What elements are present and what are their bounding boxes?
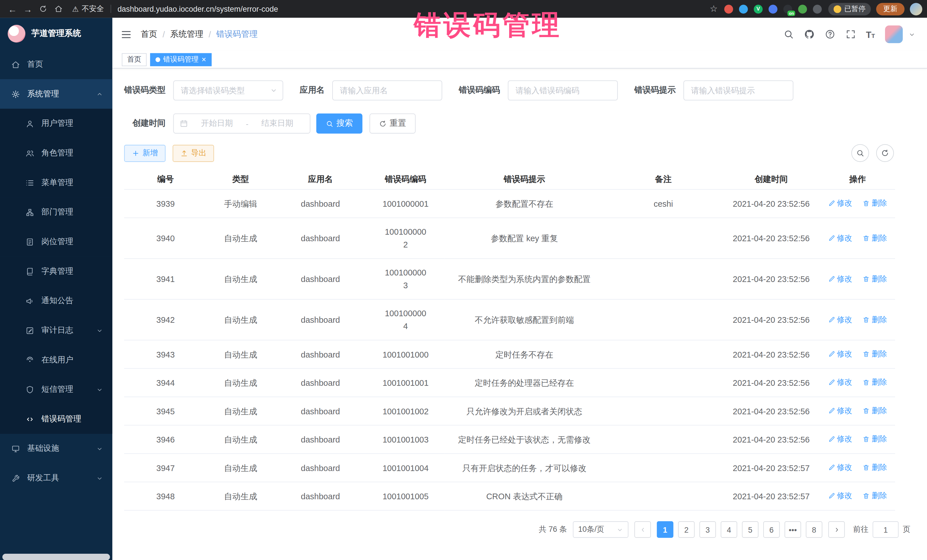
- tab[interactable]: 首页×: [122, 53, 147, 66]
- page-button[interactable]: 3: [699, 521, 716, 538]
- sidebar-item[interactable]: 首页: [0, 50, 112, 79]
- sidebar-item[interactable]: 基础设施: [0, 434, 112, 463]
- edit-link[interactable]: 修改: [828, 272, 852, 285]
- reload-icon[interactable]: [35, 5, 51, 13]
- hamburger-icon[interactable]: [121, 29, 132, 40]
- browser-extension-icon[interactable]: V: [754, 5, 763, 14]
- font-size-icon[interactable]: TT: [866, 30, 875, 39]
- sidebar-item[interactable]: 部门管理: [0, 197, 112, 227]
- edit-link[interactable]: 修改: [828, 489, 852, 502]
- breadcrumb-link[interactable]: 错误码管理: [216, 29, 258, 39]
- edit-link[interactable]: 修改: [828, 461, 852, 474]
- sidebar-item[interactable]: 研发工具: [0, 463, 112, 493]
- error-type-select[interactable]: [173, 80, 283, 100]
- edit-link[interactable]: 修改: [828, 433, 852, 446]
- edit-link[interactable]: 修改: [828, 404, 852, 417]
- start-date-placeholder[interactable]: 开始日期: [190, 118, 243, 129]
- edit-link[interactable]: 修改: [828, 231, 852, 244]
- sidebar-item[interactable]: 菜单管理: [0, 168, 112, 197]
- cell-operations: 修改 删除: [820, 218, 895, 259]
- user-avatar[interactable]: [885, 25, 903, 43]
- end-date-placeholder[interactable]: 结束日期: [251, 118, 304, 129]
- url-bar[interactable]: dashboard.yudao.iocoder.cn/system/error-…: [117, 5, 704, 14]
- sidebar-item[interactable]: 字典管理: [0, 256, 112, 286]
- date-range-picker[interactable]: 开始日期 - 结束日期: [173, 114, 310, 134]
- browser-extension-icon[interactable]: [739, 5, 748, 14]
- delete-link[interactable]: 删除: [863, 404, 887, 417]
- app-name-input[interactable]: [333, 81, 442, 100]
- error-hint-input[interactable]: [684, 81, 793, 100]
- browser-extension-icon[interactable]: [769, 5, 778, 14]
- edit-link[interactable]: 修改: [828, 197, 852, 210]
- reset-button[interactable]: 重置: [369, 114, 416, 134]
- delete-link[interactable]: 删除: [863, 272, 887, 285]
- sidebar-item[interactable]: 错误码管理: [0, 404, 112, 434]
- export-button[interactable]: 导出: [173, 144, 214, 162]
- browser-extension-icon[interactable]: [813, 5, 822, 14]
- page-button[interactable]: •••: [784, 521, 801, 538]
- tab[interactable]: 错误码管理×: [150, 53, 211, 66]
- browser-extension-icon[interactable]: [798, 5, 807, 14]
- update-button[interactable]: 更新: [876, 3, 904, 15]
- breadcrumb-link[interactable]: 系统管理: [170, 29, 204, 39]
- page-button[interactable]: 6: [763, 521, 780, 538]
- sidebar-item-icon: [25, 414, 34, 423]
- page-button[interactable]: 8: [806, 521, 822, 538]
- delete-link[interactable]: 删除: [863, 433, 887, 446]
- sidebar-item[interactable]: 系统管理: [0, 79, 112, 109]
- close-icon[interactable]: ×: [202, 56, 206, 63]
- app-logo[interactable]: 芋道管理系统: [0, 18, 112, 50]
- page-button[interactable]: 4: [721, 521, 737, 538]
- page-button[interactable]: 2: [678, 521, 694, 538]
- delete-link[interactable]: 删除: [863, 313, 887, 326]
- cell-remark: [604, 454, 722, 482]
- sidebar-scrollbar[interactable]: [2, 554, 110, 560]
- sidebar-item[interactable]: 短信管理: [0, 375, 112, 404]
- delete-link[interactable]: 删除: [863, 197, 887, 210]
- add-button[interactable]: 新增: [124, 144, 166, 162]
- page-button[interactable]: 5: [742, 521, 758, 538]
- page-size-select[interactable]: 10条/页: [573, 521, 628, 538]
- prev-page-button[interactable]: [634, 521, 651, 538]
- delete-link[interactable]: 删除: [863, 376, 887, 389]
- error-type-input[interactable]: [174, 81, 283, 100]
- forward-icon[interactable]: →: [20, 4, 35, 14]
- edit-link[interactable]: 修改: [828, 376, 852, 389]
- sidebar-item[interactable]: 用户管理: [0, 109, 112, 138]
- edit-link[interactable]: 修改: [828, 348, 852, 361]
- sidebar-item[interactable]: 审计日志: [0, 316, 112, 345]
- edit-icon: [828, 436, 835, 443]
- back-icon[interactable]: ←: [5, 4, 20, 14]
- fullscreen-icon[interactable]: [845, 29, 856, 39]
- table-row: 3948 自动生成 dashboard 1001001005 CRON 表达式不…: [124, 482, 895, 510]
- browser-extension-icon[interactable]: [724, 5, 733, 14]
- extension-icons: V on: [724, 5, 822, 14]
- caret-down-icon[interactable]: [909, 31, 915, 38]
- error-code-input[interactable]: [509, 81, 617, 100]
- breadcrumb-link[interactable]: 首页: [141, 29, 157, 39]
- sidebar-item[interactable]: 角色管理: [0, 138, 112, 168]
- help-icon[interactable]: [825, 29, 835, 39]
- sidebar-item[interactable]: 在线用户: [0, 345, 112, 375]
- search-button[interactable]: 搜索: [316, 114, 363, 134]
- delete-link[interactable]: 删除: [863, 461, 887, 474]
- delete-link[interactable]: 删除: [863, 231, 887, 244]
- security-indicator[interactable]: ⚠不安全: [72, 4, 104, 14]
- delete-link[interactable]: 删除: [863, 348, 887, 361]
- browser-home-icon[interactable]: [51, 5, 66, 13]
- sidebar-item[interactable]: 通知公告: [0, 286, 112, 316]
- edit-link[interactable]: 修改: [828, 313, 852, 326]
- paused-badge[interactable]: 已暂停: [828, 3, 871, 15]
- show-search-icon[interactable]: [851, 144, 869, 162]
- github-icon[interactable]: [804, 29, 815, 39]
- delete-link[interactable]: 删除: [863, 489, 887, 502]
- browser-extension-icon[interactable]: on: [783, 5, 792, 14]
- bookmark-star-icon[interactable]: ☆: [710, 3, 718, 14]
- browser-profile-avatar[interactable]: [910, 3, 922, 15]
- next-page-button[interactable]: [828, 521, 845, 538]
- sidebar-item[interactable]: 岗位管理: [0, 227, 112, 256]
- page-button[interactable]: 1: [657, 521, 673, 538]
- refresh-table-icon[interactable]: [876, 144, 894, 162]
- goto-page-input[interactable]: [872, 521, 898, 538]
- search-icon[interactable]: [783, 29, 794, 39]
